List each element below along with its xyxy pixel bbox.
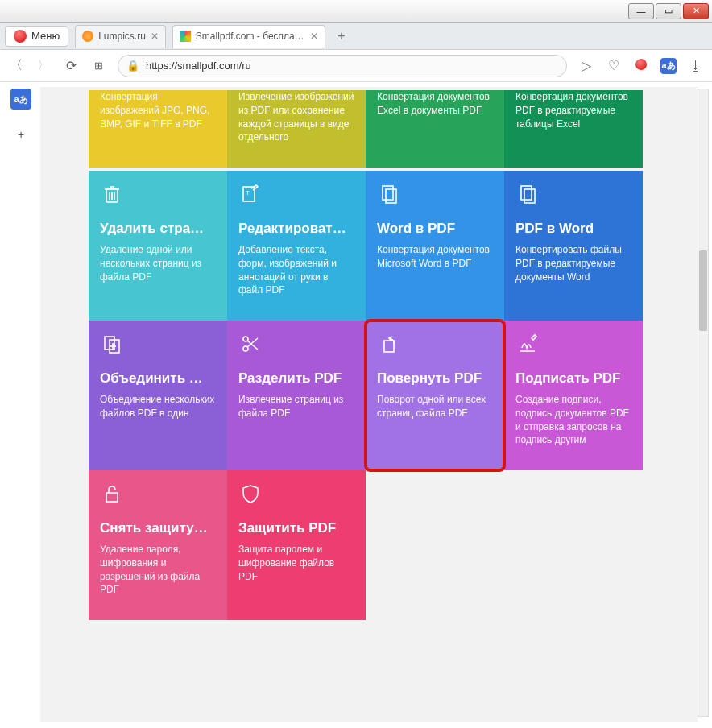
svg-rect-11 [524, 189, 535, 203]
tile-pdf-to-excel[interactable]: Конвертация документов PDF в редактируем… [504, 90, 643, 168]
tile-edit[interactable]: T Редактироват… Добавление текста, форм,… [227, 171, 366, 321]
svg-text:T: T [246, 189, 250, 196]
shield-icon [238, 482, 354, 509]
tile-trash[interactable]: Удалить стра… Удаление одной или несколь… [89, 171, 227, 321]
tile-desc: Объединение нескольких файлов PDF в один [100, 393, 216, 420]
tile-row-partial: Конвертация изображений JPG, PNG, BMP, G… [40, 87, 698, 168]
speed-dial-button[interactable]: ⊞ [90, 60, 106, 72]
tile-title: Повернуть PDF [377, 370, 493, 387]
tile-title: Удалить стра… [100, 221, 216, 237]
tile-unlock[interactable]: Снять защиту… Удаление пароля, шифровани… [89, 470, 227, 620]
merge-icon [100, 332, 216, 359]
doc-icon [377, 182, 493, 209]
tile-rotate[interactable]: Повернуть PDF Поворот одной или всех стр… [366, 321, 504, 470]
rotate-icon [377, 332, 493, 359]
tile-desc: Создание подписи, подпись документов PDF… [515, 393, 631, 447]
tile-desc: Конвертация документов PDF в редактируем… [515, 90, 631, 130]
svg-rect-9 [386, 189, 396, 203]
tile-desc: Извлечение изображений из PDF или сохран… [238, 90, 354, 144]
tile-merge[interactable]: Объединить … Объединение нескольких файл… [89, 321, 227, 470]
tile-title: Разделить PDF [238, 370, 354, 387]
back-button[interactable]: 〈 [8, 57, 24, 74]
opera-menu-button[interactable]: Меню [5, 26, 68, 47]
trash-icon [100, 182, 216, 209]
opera-badge-icon[interactable] [633, 59, 649, 73]
tab-strip: Меню Lumpics.ru ✕ Smallpdf.com - бесплат… [0, 23, 712, 50]
page-content: Конвертация изображений JPG, PNG, BMP, G… [40, 87, 698, 722]
tab-smallpdf[interactable]: Smallpdf.com - бесплатнс ✕ [172, 25, 325, 48]
tile-desc: Удаление пароля, шифрования и разрешений… [100, 543, 216, 597]
tile-pdf-to-jpg[interactable]: Извлечение изображений из PDF или сохран… [227, 90, 366, 168]
vertical-scrollbar[interactable] [698, 89, 709, 717]
navbar: 〈 〉 ⟳ ⊞ 🔒 ▷ ♡ aあ ⭳ [0, 50, 712, 82]
sign-icon [515, 332, 631, 359]
tile-desc: Извлечение страниц из файла PDF [238, 393, 354, 420]
tile-desc: Добавление текста, форм, изображений и а… [238, 243, 354, 297]
tab-close-icon[interactable]: ✕ [310, 31, 318, 42]
tile-shield[interactable]: Защитить PDF Защита паролем и шифрование… [227, 470, 366, 620]
url-input[interactable] [146, 60, 558, 72]
tile-doc[interactable]: Word в PDF Конвертация документов Micros… [366, 171, 504, 321]
tile-title: Защитить PDF [238, 520, 354, 536]
window-titlebar: — ▭ ✕ [0, 0, 712, 23]
tile-title: Редактироват… [238, 221, 354, 237]
svg-rect-8 [383, 186, 393, 200]
unlock-icon [100, 482, 216, 509]
translate-icon[interactable]: aあ [660, 58, 677, 74]
tile-title: Снять защиту… [100, 520, 216, 536]
edit-icon: T [238, 182, 354, 209]
tile-title: PDF в Word [515, 221, 631, 237]
tile-excel-to-pdf[interactable]: Конвертация документов Excel в документы… [366, 90, 504, 168]
tile-desc: Защита паролем и шифрование файлов PDF [238, 543, 354, 583]
bookmark-icon[interactable]: ♡ [606, 58, 622, 73]
tile-copy[interactable]: PDF в Word Конвертировать файлы PDF в ре… [504, 171, 643, 321]
tile-desc: Конвертация документов Excel в документы… [377, 90, 493, 118]
forward-button[interactable]: 〉 [35, 57, 52, 74]
tab-close-icon[interactable]: ✕ [151, 31, 159, 42]
download-icon[interactable]: ⭳ [688, 59, 704, 73]
tile-title: Объединить … [100, 370, 216, 387]
scrollbar-thumb[interactable] [699, 250, 707, 331]
tile-desc: Конвертировать файлы PDF в редактируемые… [515, 243, 631, 283]
minimize-button[interactable]: — [628, 3, 654, 19]
menu-label: Меню [31, 30, 60, 42]
reload-button[interactable]: ⟳ [63, 58, 79, 73]
opera-logo-icon [14, 30, 27, 43]
svg-rect-20 [384, 341, 394, 352]
tile-desc: Конвертация документов Microsoft Word в … [377, 243, 493, 271]
tile-title: Подписать PDF [515, 370, 631, 387]
maximize-button[interactable]: ▭ [656, 3, 681, 19]
tile-desc: Конвертация изображений JPG, PNG, BMP, G… [100, 90, 216, 130]
toolbar-right: ▷ ♡ aあ ⭳ [578, 58, 704, 74]
browser-sidebar: aあ + [6, 89, 35, 145]
close-button[interactable]: ✕ [683, 3, 709, 19]
tab-label: Smallpdf.com - бесплатнс [196, 31, 305, 42]
lock-icon: 🔒 [126, 60, 139, 72]
sidebar-add-button[interactable]: + [10, 124, 31, 145]
favicon-icon [82, 31, 93, 42]
copy-icon [515, 182, 631, 209]
tab-label: Lumpics.ru [98, 31, 146, 42]
tile-scissors[interactable]: Разделить PDF Извлечение страниц из файл… [227, 321, 366, 470]
sidebar-translate-icon[interactable]: aあ [10, 89, 31, 110]
tile-sign[interactable]: Подписать PDF Создание подписи, подпись … [504, 321, 643, 470]
favicon-icon [180, 31, 191, 42]
new-tab-button[interactable]: + [332, 27, 351, 46]
tab-lumpics[interactable]: Lumpics.ru ✕ [75, 25, 166, 48]
svg-rect-22 [106, 493, 118, 502]
svg-rect-10 [521, 186, 532, 200]
tile-grid: Удалить стра… Удаление одной или несколь… [40, 168, 698, 620]
address-bar[interactable]: 🔒 [118, 55, 567, 77]
scissors-icon [238, 332, 354, 359]
tile-jpg-to-pdf[interactable]: Конвертация изображений JPG, PNG, BMP, G… [89, 90, 227, 168]
vpn-icon[interactable]: ▷ [578, 58, 594, 73]
tile-title: Word в PDF [377, 221, 493, 237]
tile-desc: Поворот одной или всех страниц файла PDF [377, 393, 493, 420]
tile-desc: Удаление одной или нескольких страниц из… [100, 243, 216, 283]
